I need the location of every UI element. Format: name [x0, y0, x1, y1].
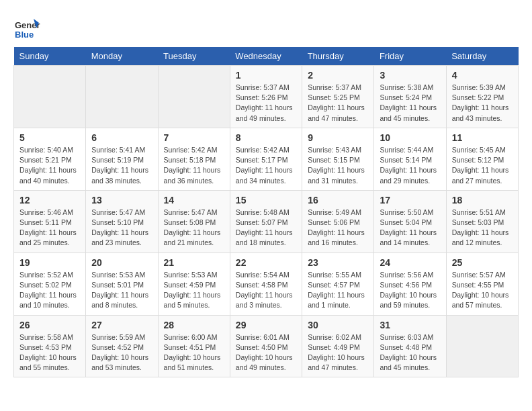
- day-info: Sunrise: 5:51 AM Sunset: 5:03 PM Dayligh…: [452, 208, 513, 248]
- day-info: Sunrise: 5:47 AM Sunset: 5:10 PM Dayligh…: [91, 208, 152, 248]
- day-header-friday: Friday: [374, 47, 446, 66]
- day-info: Sunrise: 5:39 AM Sunset: 5:22 PM Dayligh…: [452, 83, 513, 124]
- day-info: Sunrise: 5:38 AM Sunset: 5:24 PM Dayligh…: [380, 83, 440, 124]
- day-info: Sunrise: 5:52 AM Sunset: 5:02 PM Dayligh…: [19, 270, 80, 311]
- day-info: Sunrise: 5:58 AM Sunset: 4:53 PM Dayligh…: [19, 332, 80, 373]
- day-number: 31: [380, 320, 440, 330]
- day-info: Sunrise: 5:42 AM Sunset: 5:17 PM Dayligh…: [236, 145, 296, 186]
- day-number: 8: [236, 132, 296, 143]
- calendar-week-1: 5Sunrise: 5:40 AM Sunset: 5:21 PM Daylig…: [14, 128, 519, 190]
- calendar-cell: 2Sunrise: 5:37 AM Sunset: 5:25 PM Daylig…: [302, 66, 374, 128]
- calendar-cell: 28Sunrise: 6:00 AM Sunset: 4:51 PM Dayli…: [158, 315, 230, 377]
- calendar-cell: 3Sunrise: 5:38 AM Sunset: 5:24 PM Daylig…: [374, 66, 446, 128]
- day-number: 20: [91, 257, 152, 268]
- calendar-cell: 10Sunrise: 5:44 AM Sunset: 5:14 PM Dayli…: [374, 128, 446, 190]
- calendar-cell: 11Sunrise: 5:45 AM Sunset: 5:12 PM Dayli…: [446, 128, 518, 190]
- calendar-cell: 16Sunrise: 5:49 AM Sunset: 5:06 PM Dayli…: [302, 190, 374, 253]
- day-info: Sunrise: 5:55 AM Sunset: 4:57 PM Dayligh…: [308, 270, 368, 311]
- day-number: 11: [452, 132, 513, 143]
- calendar-cell: 27Sunrise: 5:59 AM Sunset: 4:52 PM Dayli…: [86, 315, 158, 377]
- day-info: Sunrise: 5:40 AM Sunset: 5:21 PM Dayligh…: [19, 145, 80, 186]
- day-info: Sunrise: 5:45 AM Sunset: 5:12 PM Dayligh…: [452, 145, 513, 186]
- day-number: 30: [308, 320, 368, 330]
- day-number: 1: [236, 70, 296, 81]
- calendar-cell: [14, 66, 86, 128]
- day-number: 21: [164, 257, 224, 268]
- calendar-table: SundayMondayTuesdayWednesdayThursdayFrid…: [13, 47, 519, 377]
- day-number: 9: [308, 132, 368, 143]
- day-number: 18: [452, 195, 513, 205]
- day-header-saturday: Saturday: [446, 47, 518, 66]
- day-info: Sunrise: 6:01 AM Sunset: 4:50 PM Dayligh…: [236, 332, 296, 373]
- calendar-cell: [86, 66, 158, 128]
- day-number: 28: [164, 320, 224, 330]
- day-number: 6: [91, 132, 152, 143]
- day-number: 25: [452, 257, 513, 268]
- day-number: 26: [19, 320, 80, 330]
- calendar-cell: 21Sunrise: 5:53 AM Sunset: 4:59 PM Dayli…: [158, 253, 230, 315]
- day-number: 23: [308, 257, 368, 268]
- svg-text:Blue: Blue: [15, 30, 34, 40]
- calendar-cell: 9Sunrise: 5:43 AM Sunset: 5:15 PM Daylig…: [302, 128, 374, 190]
- calendar-cell: 23Sunrise: 5:55 AM Sunset: 4:57 PM Dayli…: [302, 253, 374, 315]
- calendar-week-4: 26Sunrise: 5:58 AM Sunset: 4:53 PM Dayli…: [14, 315, 519, 377]
- logo: General Blue: [13, 13, 43, 40]
- day-info: Sunrise: 5:49 AM Sunset: 5:06 PM Dayligh…: [308, 208, 368, 248]
- day-header-tuesday: Tuesday: [158, 47, 230, 66]
- day-header-monday: Monday: [86, 47, 158, 66]
- calendar-cell: 6Sunrise: 5:41 AM Sunset: 5:19 PM Daylig…: [86, 128, 158, 190]
- day-number: 24: [380, 257, 440, 268]
- day-number: 10: [380, 132, 440, 143]
- calendar-cell: 25Sunrise: 5:57 AM Sunset: 4:55 PM Dayli…: [446, 253, 518, 315]
- day-number: 27: [91, 320, 152, 330]
- day-number: 17: [380, 195, 440, 205]
- day-info: Sunrise: 5:56 AM Sunset: 4:56 PM Dayligh…: [380, 270, 440, 311]
- day-header-wednesday: Wednesday: [230, 47, 302, 66]
- day-info: Sunrise: 5:47 AM Sunset: 5:08 PM Dayligh…: [164, 208, 224, 248]
- day-number: 7: [164, 132, 224, 143]
- calendar-cell: 19Sunrise: 5:52 AM Sunset: 5:02 PM Dayli…: [14, 253, 86, 315]
- day-number: 22: [236, 257, 296, 268]
- day-number: 12: [19, 195, 80, 205]
- calendar-week-3: 19Sunrise: 5:52 AM Sunset: 5:02 PM Dayli…: [14, 253, 519, 315]
- day-number: 4: [452, 70, 513, 81]
- day-info: Sunrise: 5:48 AM Sunset: 5:07 PM Dayligh…: [236, 208, 296, 248]
- calendar-cell: 14Sunrise: 5:47 AM Sunset: 5:08 PM Dayli…: [158, 190, 230, 253]
- calendar-week-2: 12Sunrise: 5:46 AM Sunset: 5:11 PM Dayli…: [14, 190, 519, 253]
- calendar-cell: 30Sunrise: 6:02 AM Sunset: 4:49 PM Dayli…: [302, 315, 374, 377]
- day-info: Sunrise: 5:44 AM Sunset: 5:14 PM Dayligh…: [380, 145, 440, 186]
- day-number: 2: [308, 70, 368, 81]
- calendar-cell: 13Sunrise: 5:47 AM Sunset: 5:10 PM Dayli…: [86, 190, 158, 253]
- day-info: Sunrise: 5:46 AM Sunset: 5:11 PM Dayligh…: [19, 208, 80, 248]
- calendar-cell: 31Sunrise: 6:03 AM Sunset: 4:48 PM Dayli…: [374, 315, 446, 377]
- calendar-cell: 18Sunrise: 5:51 AM Sunset: 5:03 PM Dayli…: [446, 190, 518, 253]
- day-info: Sunrise: 5:57 AM Sunset: 4:55 PM Dayligh…: [452, 270, 513, 311]
- day-number: 15: [236, 195, 296, 205]
- calendar-cell: 24Sunrise: 5:56 AM Sunset: 4:56 PM Dayli…: [374, 253, 446, 315]
- day-number: 29: [236, 320, 296, 330]
- day-info: Sunrise: 5:37 AM Sunset: 5:25 PM Dayligh…: [308, 83, 368, 124]
- day-number: 5: [19, 132, 80, 143]
- day-info: Sunrise: 6:03 AM Sunset: 4:48 PM Dayligh…: [380, 332, 440, 373]
- calendar-week-0: 1Sunrise: 5:37 AM Sunset: 5:26 PM Daylig…: [14, 66, 519, 128]
- day-info: Sunrise: 5:43 AM Sunset: 5:15 PM Dayligh…: [308, 145, 368, 186]
- calendar-cell: 26Sunrise: 5:58 AM Sunset: 4:53 PM Dayli…: [14, 315, 86, 377]
- calendar-cell: 1Sunrise: 5:37 AM Sunset: 5:26 PM Daylig…: [230, 66, 302, 128]
- calendar-cell: [158, 66, 230, 128]
- day-header-thursday: Thursday: [302, 47, 374, 66]
- calendar-cell: 8Sunrise: 5:42 AM Sunset: 5:17 PM Daylig…: [230, 128, 302, 190]
- header: General Blue: [13, 13, 519, 40]
- day-info: Sunrise: 5:59 AM Sunset: 4:52 PM Dayligh…: [91, 332, 152, 373]
- calendar-cell: 4Sunrise: 5:39 AM Sunset: 5:22 PM Daylig…: [446, 66, 518, 128]
- day-info: Sunrise: 6:02 AM Sunset: 4:49 PM Dayligh…: [308, 332, 368, 373]
- day-header-sunday: Sunday: [14, 47, 86, 66]
- day-number: 16: [308, 195, 368, 205]
- calendar-cell: 7Sunrise: 5:42 AM Sunset: 5:18 PM Daylig…: [158, 128, 230, 190]
- day-info: Sunrise: 5:37 AM Sunset: 5:26 PM Dayligh…: [236, 83, 296, 124]
- day-info: Sunrise: 5:41 AM Sunset: 5:19 PM Dayligh…: [91, 145, 152, 186]
- calendar-cell: 12Sunrise: 5:46 AM Sunset: 5:11 PM Dayli…: [14, 190, 86, 253]
- day-number: 13: [91, 195, 152, 205]
- calendar-cell: 17Sunrise: 5:50 AM Sunset: 5:04 PM Dayli…: [374, 190, 446, 253]
- day-info: Sunrise: 5:54 AM Sunset: 4:58 PM Dayligh…: [236, 270, 296, 311]
- days-header-row: SundayMondayTuesdayWednesdayThursdayFrid…: [14, 47, 519, 66]
